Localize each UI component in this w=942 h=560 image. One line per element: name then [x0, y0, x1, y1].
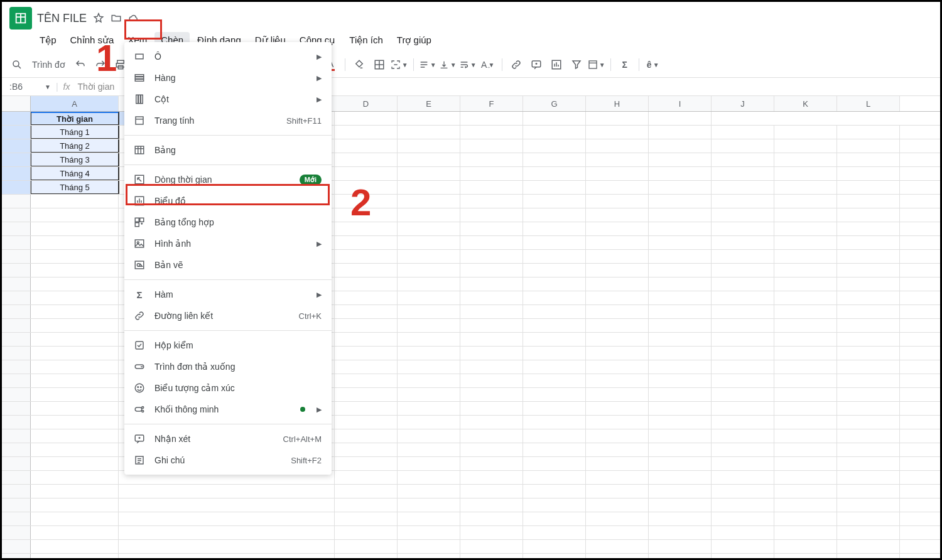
cell[interactable]	[335, 305, 398, 318]
cell[interactable]	[774, 374, 837, 387]
search-menus-icon[interactable]	[8, 56, 26, 73]
cell[interactable]	[649, 195, 712, 208]
row-header[interactable]	[2, 291, 31, 304]
menu-item-image[interactable]: Hình ảnh▶	[124, 233, 332, 254]
cell[interactable]	[335, 333, 398, 346]
star-icon[interactable]	[93, 13, 104, 24]
cell[interactable]	[523, 347, 586, 360]
cell[interactable]	[712, 498, 774, 512]
col-header-e[interactable]: E	[398, 96, 460, 111]
cell[interactable]	[398, 139, 460, 153]
menu-item-pivot[interactable]: Bảng tổng hợp	[124, 212, 332, 233]
cell[interactable]	[398, 360, 460, 374]
cell[interactable]	[774, 443, 837, 456]
row-header[interactable]	[2, 347, 31, 360]
row-header[interactable]	[2, 429, 31, 443]
cell[interactable]	[335, 236, 398, 249]
merge-cells-icon[interactable]: ▼	[391, 56, 408, 73]
cell[interactable]	[460, 305, 523, 318]
cell[interactable]	[31, 485, 119, 498]
row-header[interactable]	[2, 498, 31, 512]
cell[interactable]	[837, 512, 900, 525]
cell[interactable]	[335, 457, 398, 470]
cell[interactable]	[837, 139, 900, 153]
cell[interactable]	[649, 402, 712, 415]
cell[interactable]	[837, 291, 900, 304]
cell[interactable]	[712, 429, 774, 443]
cell[interactable]	[460, 181, 523, 194]
cell[interactable]	[460, 112, 523, 125]
cell[interactable]	[460, 139, 523, 153]
cell[interactable]	[460, 277, 523, 291]
cell[interactable]	[31, 526, 119, 539]
cell[interactable]	[712, 526, 774, 539]
row-header[interactable]	[2, 208, 31, 222]
cell[interactable]	[586, 222, 649, 235]
cell[interactable]	[31, 305, 119, 318]
menu-item-cell[interactable]: Ô▶	[124, 46, 332, 67]
cloud-status-icon[interactable]	[128, 13, 139, 24]
cell[interactable]	[712, 236, 774, 249]
cell[interactable]	[649, 416, 712, 429]
cell[interactable]	[523, 512, 586, 525]
cell[interactable]	[523, 319, 586, 332]
cell[interactable]	[774, 208, 837, 222]
cell[interactable]	[398, 333, 460, 346]
row-header[interactable]	[2, 443, 31, 456]
insert-chart-icon[interactable]	[548, 56, 565, 73]
cell[interactable]	[460, 540, 523, 553]
row-header[interactable]	[2, 402, 31, 415]
row-header[interactable]	[2, 181, 31, 194]
cell[interactable]	[523, 374, 586, 387]
cell[interactable]	[460, 195, 523, 208]
col-header-k[interactable]: K	[774, 96, 837, 111]
sheets-logo[interactable]	[9, 7, 32, 30]
cell[interactable]	[335, 153, 398, 166]
cell[interactable]	[31, 277, 119, 291]
cell[interactable]	[837, 429, 900, 443]
cell[interactable]	[586, 485, 649, 498]
cell[interactable]	[712, 153, 774, 166]
cell[interactable]	[649, 153, 712, 166]
cell[interactable]	[335, 139, 398, 153]
cell[interactable]	[649, 457, 712, 470]
row-header[interactable]	[2, 388, 31, 401]
file-title[interactable]: TÊN FILE	[37, 12, 87, 25]
cell[interactable]	[398, 485, 460, 498]
cell[interactable]	[837, 264, 900, 277]
cell[interactable]	[712, 167, 774, 180]
cell[interactable]	[837, 153, 900, 166]
cell[interactable]	[774, 347, 837, 360]
cell[interactable]	[837, 305, 900, 318]
folder-move-icon[interactable]	[111, 13, 122, 24]
cell[interactable]	[523, 485, 586, 498]
cell[interactable]: Tháng 5	[31, 181, 119, 194]
menu-file[interactable]: Tệp	[33, 32, 63, 48]
cell[interactable]	[712, 181, 774, 194]
cell[interactable]	[837, 333, 900, 346]
cell[interactable]	[460, 374, 523, 387]
cell[interactable]	[586, 429, 649, 443]
cell[interactable]	[398, 554, 460, 560]
cell[interactable]	[712, 485, 774, 498]
col-header-j[interactable]: J	[712, 96, 774, 111]
cell[interactable]	[712, 250, 774, 263]
cell[interactable]	[837, 485, 900, 498]
cell[interactable]	[586, 291, 649, 304]
cell[interactable]	[460, 429, 523, 443]
cell[interactable]	[523, 291, 586, 304]
text-wrap-icon[interactable]: ▼	[459, 56, 477, 73]
cell[interactable]	[837, 126, 900, 139]
cell[interactable]	[649, 360, 712, 374]
cell[interactable]	[712, 222, 774, 235]
menu-item-dropdown[interactable]: Trình đơn thả xuống	[124, 356, 332, 377]
cell[interactable]	[335, 388, 398, 401]
cell[interactable]	[774, 250, 837, 263]
menu-item-function[interactable]: ΣHàm▶	[124, 284, 332, 305]
cell[interactable]	[523, 526, 586, 539]
cell[interactable]	[586, 443, 649, 456]
row-header[interactable]	[2, 554, 31, 560]
cell[interactable]	[398, 374, 460, 387]
cell[interactable]	[712, 333, 774, 346]
cell[interactable]	[649, 264, 712, 277]
